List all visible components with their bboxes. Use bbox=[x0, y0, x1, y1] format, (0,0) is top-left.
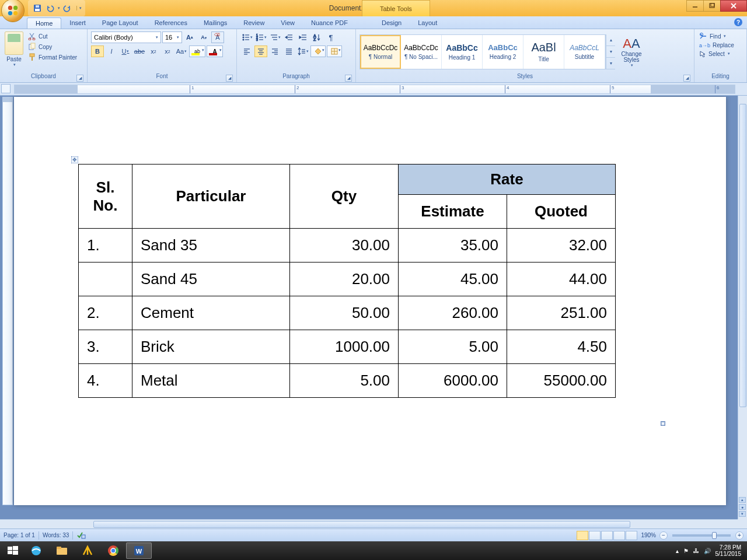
table-row[interactable]: Sand 4520.0045.0044.00 bbox=[79, 262, 616, 296]
align-center-button[interactable] bbox=[254, 46, 267, 57]
select-button[interactable]: Select▾ bbox=[698, 50, 731, 58]
header-particular[interactable]: Particular bbox=[132, 164, 290, 229]
taskbar-app-yellow[interactable] bbox=[75, 542, 100, 559]
tab-review[interactable]: Review bbox=[235, 18, 273, 29]
cell-qty[interactable]: 1000.00 bbox=[290, 330, 399, 364]
zoom-out-button[interactable]: − bbox=[659, 531, 668, 540]
tab-selector[interactable] bbox=[1, 84, 11, 93]
cell-slno[interactable]: 2. bbox=[79, 296, 132, 330]
find-button[interactable]: Find▾ bbox=[698, 32, 727, 41]
cell-qty[interactable]: 30.00 bbox=[290, 229, 399, 262]
clipboard-dialog-launcher[interactable]: ◢ bbox=[76, 75, 83, 82]
sort-button[interactable]: AZ bbox=[310, 32, 323, 43]
horizontal-ruler[interactable]: 1 2 3 4 5 6 bbox=[14, 85, 735, 94]
web-layout-view[interactable] bbox=[601, 531, 613, 540]
header-slno[interactable]: Sl. No. bbox=[79, 164, 132, 229]
numbering-button[interactable]: 123▾ bbox=[254, 32, 267, 43]
tab-view[interactable]: View bbox=[273, 18, 303, 29]
vertical-scrollbar[interactable] bbox=[738, 96, 747, 519]
table-row[interactable]: 3.Brick1000.005.004.50 bbox=[79, 330, 616, 364]
table-row[interactable]: 4.Metal5.006000.0055000.00 bbox=[79, 364, 616, 398]
cell-quoted[interactable]: 44.00 bbox=[507, 262, 616, 296]
spell-check-icon[interactable] bbox=[76, 531, 86, 540]
superscript-button[interactable]: x2 bbox=[161, 46, 174, 57]
taskbar-explorer[interactable] bbox=[49, 542, 75, 559]
show-hide-button[interactable]: ¶ bbox=[324, 32, 337, 43]
full-screen-view[interactable] bbox=[589, 531, 601, 540]
tab-mailings[interactable]: Mailings bbox=[196, 18, 235, 29]
style-heading-1[interactable]: AaBbCcHeading 1 bbox=[442, 35, 483, 69]
print-layout-view[interactable] bbox=[577, 531, 588, 540]
bullets-button[interactable]: ▾ bbox=[240, 32, 253, 43]
cell-particular[interactable]: Metal bbox=[132, 364, 290, 398]
cell-estimate[interactable]: 35.00 bbox=[399, 229, 507, 262]
italic-button[interactable]: I bbox=[105, 46, 118, 57]
align-left-button[interactable] bbox=[240, 46, 253, 57]
cell-estimate[interactable]: 260.00 bbox=[399, 296, 507, 330]
table-resize-handle[interactable]: □ bbox=[661, 421, 665, 426]
cell-qty[interactable]: 50.00 bbox=[290, 296, 399, 330]
grow-font-button[interactable]: A▴ bbox=[183, 32, 196, 43]
justify-button[interactable] bbox=[282, 46, 295, 57]
system-tray[interactable]: ▴ ⚑ 🖧 🔊 7:28 PM 5/11/2015 bbox=[676, 544, 745, 557]
change-styles-button[interactable]: AA Change Styles ▾ bbox=[615, 35, 648, 69]
style-heading-2[interactable]: AaBbCcHeading 2 bbox=[483, 35, 523, 69]
system-clock[interactable]: 7:28 PM 5/11/2015 bbox=[715, 544, 742, 557]
page-indicator[interactable]: Page: 1 of 1 bbox=[4, 532, 35, 538]
cell-quoted[interactable]: 251.00 bbox=[507, 296, 616, 330]
cell-particular[interactable]: Cement bbox=[132, 296, 290, 330]
shrink-font-button[interactable]: A▾ bbox=[197, 32, 210, 43]
change-case-button[interactable]: Aa▾ bbox=[175, 46, 188, 57]
replace-button[interactable]: a→bReplace bbox=[698, 41, 735, 49]
cell-particular[interactable]: Sand 35 bbox=[132, 229, 290, 262]
taskbar-ie[interactable] bbox=[23, 542, 49, 559]
save-button[interactable] bbox=[32, 2, 43, 14]
tab-page-layout[interactable]: Page Layout bbox=[94, 18, 146, 29]
font-dialog-launcher[interactable]: ◢ bbox=[226, 75, 233, 82]
strikethrough-button[interactable]: abe bbox=[133, 46, 146, 57]
decrease-indent-button[interactable] bbox=[282, 32, 295, 43]
draft-view[interactable] bbox=[626, 531, 637, 540]
qat-customize[interactable]: ▾ bbox=[76, 6, 82, 10]
previous-page-button[interactable]: ▴ bbox=[739, 497, 746, 503]
line-spacing-button[interactable]: ▾ bbox=[296, 46, 309, 57]
zoom-level[interactable]: 190% bbox=[641, 532, 656, 538]
styles-scroll-up[interactable]: ▴ bbox=[606, 34, 615, 46]
next-page-button[interactable]: ▾ bbox=[739, 511, 746, 517]
cell-quoted[interactable]: 55000.00 bbox=[507, 364, 616, 398]
minimize-button[interactable] bbox=[686, 0, 704, 12]
outline-view[interactable] bbox=[613, 531, 625, 540]
style-title[interactable]: AaBlTitle bbox=[523, 35, 564, 69]
bold-button[interactable]: B bbox=[91, 46, 104, 57]
close-button[interactable] bbox=[720, 0, 747, 12]
header-estimate[interactable]: Estimate bbox=[399, 195, 507, 229]
cell-estimate[interactable]: 6000.00 bbox=[399, 364, 507, 398]
start-button[interactable] bbox=[2, 542, 23, 559]
header-quoted[interactable]: Quoted bbox=[507, 195, 616, 229]
vertical-ruler[interactable] bbox=[2, 97, 13, 505]
help-icon[interactable]: ? bbox=[734, 18, 742, 26]
cell-particular[interactable]: Brick bbox=[132, 330, 290, 364]
cell-slno[interactable]: 3. bbox=[79, 330, 132, 364]
styles-dialog-launcher[interactable]: ◢ bbox=[683, 75, 690, 82]
undo-button[interactable] bbox=[44, 2, 56, 14]
taskbar-chrome[interactable] bbox=[100, 542, 126, 559]
document-page[interactable]: ✥ Sl. No. Particular Qty Rate Estimate Q… bbox=[14, 97, 726, 505]
style--normal[interactable]: AaBbCcDc¶ Normal bbox=[360, 35, 401, 69]
multilevel-list-button[interactable]: ▾ bbox=[268, 32, 281, 43]
cell-estimate[interactable]: 45.00 bbox=[399, 262, 507, 296]
tray-volume-icon[interactable]: 🔊 bbox=[704, 548, 711, 554]
underline-button[interactable]: U▾ bbox=[119, 46, 132, 57]
document-table[interactable]: Sl. No. Particular Qty Rate Estimate Quo… bbox=[78, 164, 616, 398]
zoom-slider[interactable] bbox=[672, 534, 731, 537]
tray-network-icon[interactable]: 🖧 bbox=[693, 548, 699, 554]
paste-dropdown[interactable]: ▾ bbox=[13, 62, 16, 67]
table-row[interactable]: 1.Sand 3530.0035.0032.00 bbox=[79, 229, 616, 262]
tab-home[interactable]: Home bbox=[27, 18, 61, 29]
tray-flag-icon[interactable]: ⚑ bbox=[683, 548, 689, 554]
format-painter-button[interactable]: Format Painter bbox=[27, 52, 78, 62]
table-row[interactable]: 2.Cement50.00260.00251.00 bbox=[79, 296, 616, 330]
styles-gallery[interactable]: AaBbCcDc¶ NormalAaBbCcDc¶ No Spaci...AaB… bbox=[359, 34, 606, 69]
table-move-handle[interactable]: ✥ bbox=[71, 156, 78, 163]
header-qty[interactable]: Qty bbox=[290, 164, 399, 229]
